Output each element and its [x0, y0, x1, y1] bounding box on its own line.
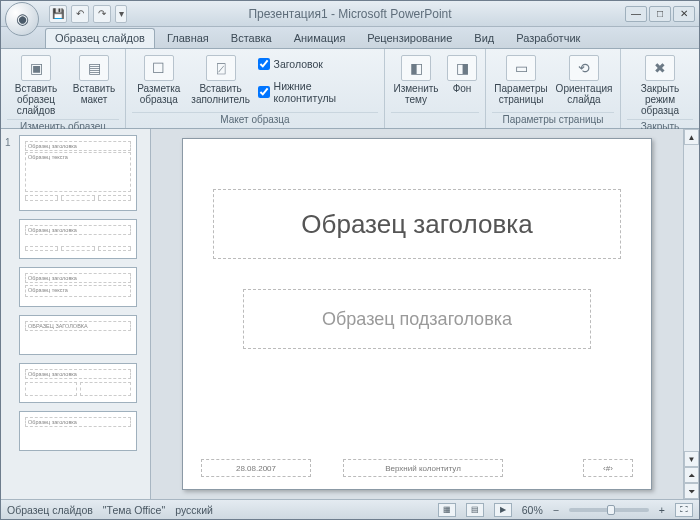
- status-language[interactable]: русский: [175, 504, 213, 516]
- close-icon: ✖: [645, 55, 675, 81]
- insert-slide-master-button[interactable]: ▣ Вставить образец слайдов: [7, 52, 65, 119]
- zoom-value[interactable]: 60%: [522, 504, 543, 516]
- themes-label: Изменить тему: [393, 83, 438, 105]
- master-layout-label: Разметка образца: [135, 83, 183, 105]
- master-index: 1: [5, 137, 11, 148]
- group-master-layout-label: Макет образца: [132, 112, 378, 126]
- layout-thumbnail[interactable]: ОБРАЗЕЦ ЗАГОЛОВКА: [19, 315, 137, 355]
- layout-thumbnail[interactable]: Образец заголовка: [19, 363, 137, 403]
- tab-view[interactable]: Вид: [464, 28, 504, 48]
- slidenumber-placeholder[interactable]: ‹#›: [583, 459, 633, 477]
- app-window: ◉ 💾 ↶ ↷ ▾ Презентация1 - Microsoft Power…: [0, 0, 700, 520]
- zoom-in-button[interactable]: +: [659, 504, 665, 516]
- thumb-body-line: Образец текста: [25, 285, 131, 297]
- title-checkbox-row[interactable]: Заголовок: [258, 56, 376, 72]
- group-page-setup-label: Параметры страницы: [492, 112, 614, 126]
- background-label: Фон: [453, 83, 472, 94]
- group-close: ✖ Закрыть режим образца Закрыть: [621, 49, 699, 128]
- layout-thumbnail[interactable]: Образец заголовка Образец текста: [19, 267, 137, 307]
- footers-checkbox-label: Нижние колонтитулы: [274, 80, 376, 104]
- insert-placeholder-label: Вставить заполнитель: [191, 83, 250, 105]
- insert-slide-master-label: Вставить образец слайдов: [10, 83, 62, 116]
- orientation-button[interactable]: ⟲ Ориентация слайда: [554, 52, 614, 108]
- themes-icon: ◧: [401, 55, 431, 81]
- layout-insert-icon: ▤: [79, 55, 109, 81]
- master-layout-button[interactable]: ☐ Разметка образца: [132, 52, 186, 108]
- thumb-body-line: Образец текста: [25, 152, 131, 192]
- thumb-layout-title: Образец заголовка: [25, 225, 131, 235]
- footers-checkbox[interactable]: [258, 86, 270, 98]
- thumb-layout-title: Образец заголовка: [25, 273, 131, 283]
- quick-access-toolbar: 💾 ↶ ↷ ▾: [49, 5, 127, 23]
- tab-slide-master[interactable]: Образец слайдов: [45, 28, 155, 48]
- tab-developer[interactable]: Разработчик: [506, 28, 590, 48]
- window-controls: — □ ✕: [625, 6, 695, 22]
- scroll-down-button[interactable]: ▼: [684, 451, 699, 467]
- scroll-track[interactable]: [684, 145, 699, 451]
- page-setup-label: Параметры страницы: [494, 83, 547, 105]
- orientation-icon: ⟲: [569, 55, 599, 81]
- tab-animation[interactable]: Анимация: [284, 28, 356, 48]
- subtitle-placeholder[interactable]: Образец подзаголовка: [243, 289, 591, 349]
- themes-button[interactable]: ◧ Изменить тему: [391, 52, 441, 108]
- thumb-layout-title: Образец заголовка: [25, 369, 131, 379]
- vertical-scrollbar[interactable]: ▲ ▼ ⏶ ⏷: [683, 129, 699, 499]
- next-slide-button[interactable]: ⏷: [684, 483, 699, 499]
- orientation-label: Ориентация слайда: [556, 83, 613, 105]
- prev-slide-button[interactable]: ⏶: [684, 467, 699, 483]
- layout-thumbnail[interactable]: Образец заголовка: [19, 411, 137, 451]
- title-bar: ◉ 💾 ↶ ↷ ▾ Презентация1 - Microsoft Power…: [1, 1, 699, 27]
- status-bar: Образец слайдов "Тема Office" русский ▦ …: [1, 499, 699, 519]
- group-edit-master: ▣ Вставить образец слайдов ▤ Вставить ма…: [1, 49, 126, 128]
- zoom-knob[interactable]: [607, 505, 615, 515]
- tab-review[interactable]: Рецензирование: [357, 28, 462, 48]
- redo-button[interactable]: ↷: [93, 5, 111, 23]
- maximize-button[interactable]: □: [649, 6, 671, 22]
- close-master-label: Закрыть режим образца: [630, 83, 690, 116]
- layout-thumbnail[interactable]: Образец заголовка: [19, 219, 137, 259]
- thumb-layout-uc: ОБРАЗЕЦ ЗАГОЛОВКА: [25, 321, 131, 331]
- fit-window-button[interactable]: ⛶: [675, 503, 693, 517]
- close-window-button[interactable]: ✕: [673, 6, 695, 22]
- insert-placeholder-button[interactable]: ⍁ Вставить заполнитель: [190, 52, 252, 108]
- date-placeholder[interactable]: 28.08.2007: [201, 459, 311, 477]
- workspace: 1 Образец заголовка Образец текста Образ…: [1, 129, 699, 499]
- title-checkbox[interactable]: [258, 58, 270, 70]
- master-thumbnail[interactable]: Образец заголовка Образец текста: [19, 135, 137, 211]
- thumbnail-pane[interactable]: 1 Образец заголовка Образец текста Образ…: [1, 129, 151, 499]
- save-button[interactable]: 💾: [49, 5, 67, 23]
- slide-canvas[interactable]: Образец заголовка Образец подзаголовка 2…: [151, 129, 683, 499]
- thumb-title-line: Образец заголовка: [25, 141, 131, 151]
- slide-master-icon: ▣: [21, 55, 51, 81]
- thumb-layout-title: Образец заголовка: [25, 417, 131, 427]
- close-master-button[interactable]: ✖ Закрыть режим образца: [627, 52, 693, 119]
- footers-checkbox-row[interactable]: Нижние колонтитулы: [258, 78, 376, 106]
- tab-home[interactable]: Главная: [157, 28, 219, 48]
- zoom-slider[interactable]: [569, 508, 649, 512]
- group-master-layout: ☐ Разметка образца ⍁ Вставить заполнител…: [126, 49, 385, 128]
- group-edit-theme-label: [391, 112, 479, 126]
- scroll-up-button[interactable]: ▲: [684, 129, 699, 145]
- minimize-button[interactable]: —: [625, 6, 647, 22]
- ribbon: ▣ Вставить образец слайдов ▤ Вставить ма…: [1, 49, 699, 129]
- insert-layout-label: Вставить макет: [72, 83, 116, 105]
- page-setup-button[interactable]: ▭ Параметры страницы: [492, 52, 550, 108]
- title-placeholder[interactable]: Образец заголовка: [213, 189, 621, 259]
- title-checkbox-label: Заголовок: [274, 58, 323, 70]
- insert-layout-button[interactable]: ▤ Вставить макет: [69, 52, 119, 108]
- slide[interactable]: Образец заголовка Образец подзаголовка 2…: [182, 138, 652, 490]
- zoom-out-button[interactable]: −: [553, 504, 559, 516]
- sorter-view-button[interactable]: ▤: [466, 503, 484, 517]
- slideshow-view-button[interactable]: ▶: [494, 503, 512, 517]
- normal-view-button[interactable]: ▦: [438, 503, 456, 517]
- footer-placeholder[interactable]: Верхний колонтитул: [343, 459, 503, 477]
- undo-button[interactable]: ↶: [71, 5, 89, 23]
- placeholder-icon: ⍁: [206, 55, 236, 81]
- qat-more-button[interactable]: ▾: [115, 5, 127, 23]
- page-setup-icon: ▭: [506, 55, 536, 81]
- tab-insert[interactable]: Вставка: [221, 28, 282, 48]
- office-button[interactable]: ◉: [5, 2, 39, 36]
- master-layout-icon: ☐: [144, 55, 174, 81]
- status-theme: "Тема Office": [103, 504, 165, 516]
- background-button[interactable]: ◨ Фон: [445, 52, 479, 97]
